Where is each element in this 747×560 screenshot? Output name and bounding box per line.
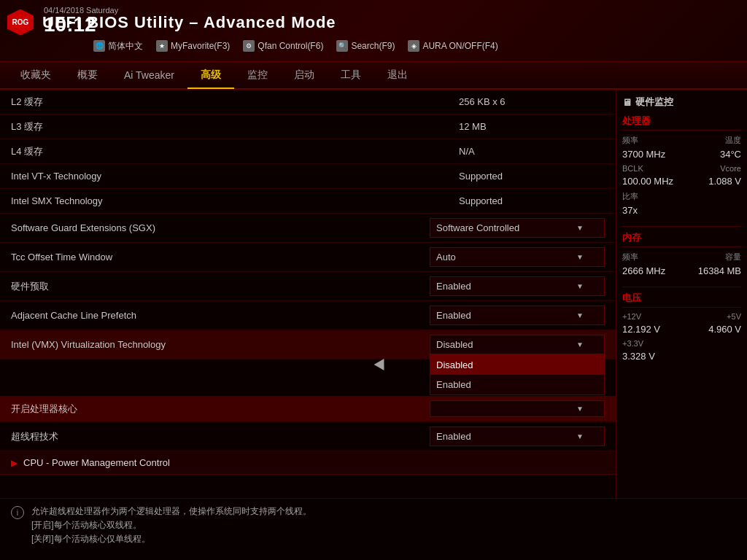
monitor-row: +3.3V [622, 339, 741, 348]
aura-icon: ◈ [408, 40, 419, 52]
l2-cache-label: L2 缓存 [11, 96, 459, 109]
hyperthreading-dropdown-button[interactable]: Enabled ▼ [430, 427, 605, 446]
monitor-row: 3700 MHz 34°C [622, 149, 741, 161]
tab-monitor[interactable]: 监控 [234, 63, 281, 89]
v5-label: +5V [727, 312, 741, 321]
sgx-dropdown[interactable]: Software Controlled ▼ [430, 218, 605, 238]
right-panel: 🖥 硬件监控 处理器 频率 温度 3700 MHz 34°C BCLK Vcor… [616, 90, 747, 498]
info-text: 允许超线程处理器作为两个逻辑处理器，使操作系统同时支持两个线程。 [开启]每个活… [31, 505, 311, 547]
tab-boot[interactable]: 启动 [281, 63, 328, 89]
table-row: Adjacent Cache Line Prefetch Enabled ▼ [0, 301, 616, 330]
tcc-dropdown-button[interactable]: Auto ▼ [430, 247, 605, 267]
vcore-value: 1.088 V [708, 176, 741, 187]
hw-prefetch-dropdown[interactable]: Enabled ▼ [430, 276, 605, 296]
bclk-label: BCLK [622, 164, 643, 173]
vtx-label: Intel VT-x Technology [11, 171, 459, 182]
table-row: 硬件预取 Enabled ▼ [0, 272, 616, 301]
smx-label: Intel SMX Technology [11, 195, 459, 206]
l4-cache-label: L4 缓存 [11, 145, 459, 158]
hardware-monitor-title: 🖥 硬件监控 [622, 96, 741, 109]
monitor-icon: 🖥 [622, 97, 632, 108]
toolbar: 🌐 简体中文 ★ MyFavorite(F3) ⚙ Qfan Control(F… [7, 40, 740, 52]
nav-tabs: 收藏夹 概要 Ai Tweaker 高级 监控 启动 工具 退出 [0, 62, 747, 90]
monitor-row: 3.328 V [622, 351, 741, 363]
monitor-row: BCLK Vcore [622, 164, 741, 173]
search-toolbar-button[interactable]: 🔍 Search(F9) [336, 40, 395, 52]
tab-overview[interactable]: 概要 [64, 63, 111, 89]
section-expand-icon: ▶ [11, 458, 18, 468]
monitor-row: 2666 MHz 16384 MB [622, 265, 741, 278]
sgx-label: Software Guard Extensions (SGX) [11, 222, 430, 233]
hw-prefetch-label: 硬件预取 [11, 280, 430, 293]
v12-value: 12.192 V [622, 324, 660, 335]
tab-tools[interactable]: 工具 [328, 63, 374, 89]
tcc-dropdown[interactable]: Auto ▼ [430, 247, 605, 267]
search-toolbar-icon: 🔍 [336, 40, 348, 52]
aura-button[interactable]: ◈ AURA ON/OFF(F4) [408, 40, 498, 52]
tab-favorites[interactable]: 收藏夹 [7, 63, 64, 89]
v12-label: +12V [622, 312, 641, 321]
myfavorite-button[interactable]: ★ MyFavorite(F3) [156, 40, 230, 52]
cpu-power-section[interactable]: ▶ CPU - Power Management Control [0, 451, 616, 475]
monitor-row: 频率 温度 [622, 135, 741, 146]
mem-freq-label: 频率 [622, 252, 638, 262]
vtx-value: Supported [459, 171, 605, 182]
fan-icon: ⚙ [243, 40, 255, 52]
bclk-value: 100.00 MHz [622, 176, 673, 187]
monitor-row: +12V +5V [622, 312, 741, 321]
list-item[interactable]: Disabled [430, 355, 604, 375]
chevron-down-icon: ▼ [576, 341, 584, 349]
hyperthreading-label: 超线程技术 [11, 430, 430, 443]
cpu-cores-label: 开启处理器核心 [11, 402, 430, 416]
monitor-row: 比率 [622, 191, 741, 202]
tab-aitweaker[interactable]: Ai Tweaker [111, 63, 187, 88]
table-row: Intel VT-x Technology Supported [0, 164, 616, 189]
hw-prefetch-dropdown-button[interactable]: Enabled ▼ [430, 276, 605, 296]
tab-advanced[interactable]: 高级 [187, 63, 234, 89]
mem-cap-label: 容量 [725, 252, 741, 262]
adj-cache-label: Adjacent Cache Line Prefetch [11, 310, 430, 321]
vmx-dropdown[interactable]: Disabled ▼ Disabled Enabled [430, 335, 605, 354]
cpu-section-title: 处理器 [622, 114, 741, 131]
mem-freq-value: 2666 MHz [622, 265, 665, 276]
chevron-down-icon: ▼ [576, 224, 584, 232]
l3-cache-value: 12 MB [459, 121, 605, 132]
smx-value: Supported [459, 195, 605, 206]
datetime: 04/14/2018 Saturday 10:12 [44, 6, 118, 35]
tab-exit[interactable]: 退出 [374, 63, 421, 89]
cpu-cores-dropdown-button[interactable]: ▼ [430, 400, 605, 417]
voltage-monitor-section: 电压 +12V +5V 12.192 V 4.960 V +3.3V 3.328… [622, 292, 741, 363]
cpu-monitor-section: 处理器 频率 温度 3700 MHz 34°C BCLK Vcore 100.0… [622, 114, 741, 217]
hyperthreading-dropdown[interactable]: Enabled ▼ [430, 427, 605, 446]
monitor-row: 频率 容量 [622, 252, 741, 262]
list-item[interactable]: Enabled [430, 375, 604, 394]
mem-cap-value: 16384 MB [698, 265, 741, 276]
monitor-row: 100.00 MHz 1.088 V [622, 176, 741, 188]
l2-cache-value: 256 KB x 6 [459, 96, 605, 107]
adj-cache-dropdown-button[interactable]: Enabled ▼ [430, 306, 605, 325]
ratio-value: 37x [622, 205, 638, 216]
qfan-button[interactable]: ⚙ Qfan Control(F6) [243, 40, 323, 52]
table-row: Intel (VMX) Virtualization Technology Di… [0, 330, 616, 359]
header: ROG UEFI BIOS Utility – Advanced Mode 🌐 … [0, 0, 747, 62]
vmx-label: Intel (VMX) Virtualization Technology [11, 339, 430, 350]
temp-label: 温度 [725, 135, 741, 146]
rog-logo-icon: ROG [7, 9, 34, 36]
adj-cache-dropdown[interactable]: Enabled ▼ [430, 306, 605, 325]
vcore-label: Vcore [720, 164, 741, 173]
memory-monitor-section: 内存 频率 容量 2666 MHz 16384 MB [622, 231, 741, 278]
freq-label: 频率 [622, 135, 638, 146]
chevron-down-icon: ▼ [576, 282, 584, 290]
v33-value: 3.328 V [622, 351, 655, 362]
table-row: Tcc Offset Time Window Auto ▼ [0, 243, 616, 272]
l3-cache-label: L3 缓存 [11, 120, 459, 133]
cpu-temp-value: 34°C [720, 149, 741, 160]
vmx-dropdown-button[interactable]: Disabled ▼ [430, 335, 605, 354]
tcc-label: Tcc Offset Time Window [11, 252, 430, 262]
sgx-dropdown-button[interactable]: Software Controlled ▼ [430, 218, 605, 238]
globe-icon: 🌐 [93, 40, 105, 52]
table-row: Software Guard Extensions (SGX) Software… [0, 214, 616, 243]
language-button[interactable]: 🌐 简体中文 [93, 40, 143, 52]
chevron-down-icon: ▼ [576, 311, 584, 319]
cpu-cores-dropdown[interactable]: ▼ [430, 400, 605, 417]
